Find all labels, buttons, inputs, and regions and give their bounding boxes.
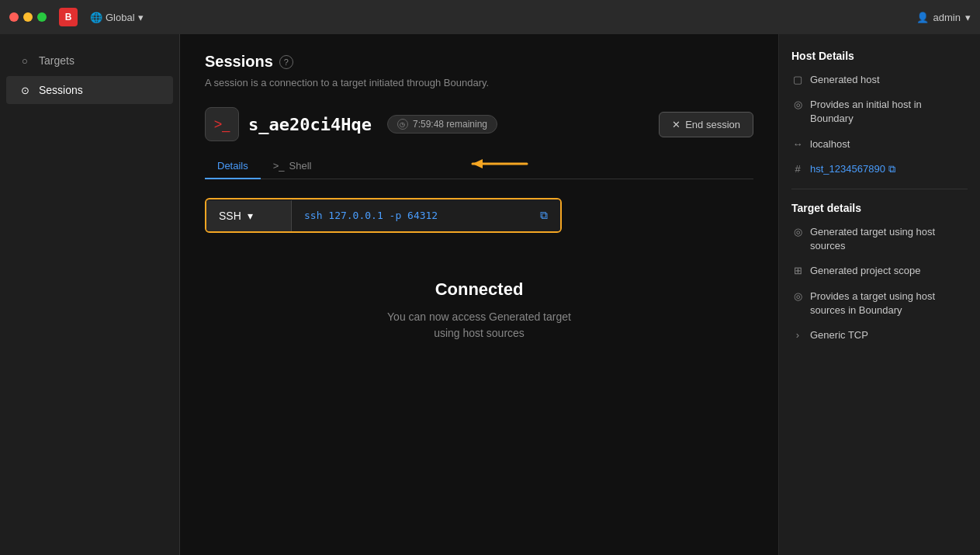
arrow-right-icon: › bbox=[791, 329, 804, 341]
host-localhost-item: ↔ localhost bbox=[791, 137, 968, 151]
connected-desc-line1: You can now access Generated target bbox=[387, 310, 571, 323]
session-terminal-icon: >_ bbox=[205, 107, 239, 141]
sidebar-item-label: Sessions bbox=[39, 84, 83, 96]
ssh-connection-box: SSH ▾ ssh 127.0.0.1 -p 64312 ⧉ bbox=[205, 198, 562, 233]
host-initial-item: ◎ Provides an initial host in Boundary bbox=[791, 98, 968, 126]
target-generic-tcp-item: › Generic TCP bbox=[791, 328, 968, 342]
target-details-title: Target details bbox=[791, 202, 968, 214]
sidebar-item-label: Targets bbox=[39, 54, 74, 67]
x-icon: ✕ bbox=[672, 119, 680, 130]
connected-state: Connected You can now access Generated t… bbox=[205, 279, 753, 342]
target-scope-item: ⊞ Generated project scope bbox=[791, 264, 968, 278]
target-scope-text: Generated project scope bbox=[810, 264, 920, 278]
tab-details[interactable]: Details bbox=[205, 154, 261, 179]
maximize-button[interactable] bbox=[37, 12, 47, 22]
main-content: Sessions ? A session is a connection to … bbox=[180, 34, 778, 555]
initial-host-text: Provides an initial host in Boundary bbox=[810, 98, 968, 126]
sidebar-item-targets[interactable]: ○ Targets bbox=[6, 47, 173, 75]
page-header: Sessions ? bbox=[205, 53, 753, 71]
global-selector[interactable]: 🌐 Global ▾ bbox=[90, 12, 144, 23]
end-session-button[interactable]: ✕ End session bbox=[659, 112, 753, 137]
protocol-selector[interactable]: SSH ▾ bbox=[206, 200, 292, 231]
connected-title: Connected bbox=[205, 279, 753, 300]
ssh-protocol-label: SSH bbox=[219, 210, 241, 222]
time-remaining-badge: ◷ 7:59:48 remaining bbox=[387, 115, 497, 134]
connected-desc-line2: using host sources bbox=[434, 327, 525, 339]
target-icon: ◎ bbox=[791, 99, 804, 110]
minimize-button[interactable] bbox=[23, 12, 33, 22]
host-id-text: hst_1234567890 ⧉ bbox=[810, 162, 895, 176]
tab-shell-label: Shell bbox=[289, 160, 312, 172]
time-remaining-text: 7:59:48 remaining bbox=[413, 119, 487, 130]
tab-shell[interactable]: >_ Shell bbox=[261, 154, 324, 179]
page-subtitle: A session is a connection to a target in… bbox=[205, 77, 753, 88]
admin-menu[interactable]: 👤 admin ▾ bbox=[916, 12, 971, 23]
ssh-command-display: ssh 127.0.0.1 -p 64312 ⧉ bbox=[292, 199, 560, 231]
host-details-title: Host Details bbox=[791, 50, 968, 62]
svg-marker-0 bbox=[473, 159, 483, 168]
admin-label: admin bbox=[933, 12, 961, 23]
host-id-item: # hst_1234567890 ⧉ bbox=[791, 162, 968, 176]
sidebar-item-sessions[interactable]: ⊙ Sessions bbox=[6, 76, 173, 104]
target-circle-icon: ◎ bbox=[791, 226, 804, 238]
app-logo: B bbox=[59, 8, 78, 26]
titlebar: B 🌐 Global ▾ 👤 admin ▾ bbox=[0, 0, 980, 34]
clock-icon: ◷ bbox=[397, 119, 408, 130]
copy-id-icon[interactable]: ⧉ bbox=[888, 162, 895, 176]
user-icon: 👤 bbox=[916, 12, 929, 23]
target-generated-text: Generated target using host sources bbox=[810, 225, 968, 253]
shell-icon: >_ bbox=[273, 160, 285, 172]
close-button[interactable] bbox=[9, 12, 19, 22]
target-host-sources-text: Provides a target using host sources in … bbox=[810, 290, 968, 317]
page-title: Sessions bbox=[205, 53, 273, 71]
target-generic-tcp-text: Generic TCP bbox=[810, 328, 868, 342]
ssh-command-text: ssh 127.0.0.1 -p 64312 bbox=[304, 210, 438, 221]
host-generated-item: ▢ Generated host bbox=[791, 73, 968, 87]
session-id: s_ae20ci4Hqe bbox=[248, 115, 372, 134]
end-session-label: End session bbox=[685, 119, 740, 130]
globe-icon: 🌐 bbox=[90, 12, 102, 23]
chevron-down-icon: ▾ bbox=[965, 12, 971, 23]
targets-icon: ○ bbox=[19, 54, 31, 67]
session-card: >_ s_ae20ci4Hqe ◷ 7:59:48 remaining ✕ En… bbox=[205, 107, 753, 141]
localhost-text: localhost bbox=[810, 137, 850, 151]
chevron-down-icon: ▾ bbox=[138, 12, 144, 23]
hash-icon: # bbox=[791, 163, 804, 175]
copy-icon[interactable]: ⧉ bbox=[540, 209, 548, 222]
right-panel: Host Details ▢ Generated host ◎ Provides… bbox=[778, 34, 980, 555]
traffic-lights bbox=[9, 12, 47, 22]
sessions-icon: ⊙ bbox=[19, 84, 31, 96]
help-icon[interactable]: ? bbox=[279, 55, 293, 69]
grid-icon: ⊞ bbox=[791, 265, 804, 276]
panel-divider bbox=[791, 189, 968, 189]
connected-description: You can now access Generated target usin… bbox=[205, 309, 753, 342]
chevron-down-icon: ▾ bbox=[248, 210, 253, 222]
target-host-sources-item: ◎ Provides a target using host sources i… bbox=[791, 290, 968, 317]
arrow-annotation bbox=[461, 152, 531, 178]
generated-host-text: Generated host bbox=[810, 73, 880, 87]
target-generated-item: ◎ Generated target using host sources bbox=[791, 225, 968, 253]
arrows-icon: ↔ bbox=[791, 138, 804, 150]
target-icon2: ◎ bbox=[791, 290, 804, 302]
tab-details-label: Details bbox=[217, 160, 248, 172]
monitor-icon: ▢ bbox=[791, 74, 804, 85]
host-id-value: hst_1234567890 bbox=[810, 162, 885, 176]
global-label: Global bbox=[106, 12, 135, 23]
sidebar: ○ Targets ⊙ Sessions bbox=[0, 34, 180, 555]
main-layout: ○ Targets ⊙ Sessions Sessions ? A sessio… bbox=[0, 34, 980, 555]
